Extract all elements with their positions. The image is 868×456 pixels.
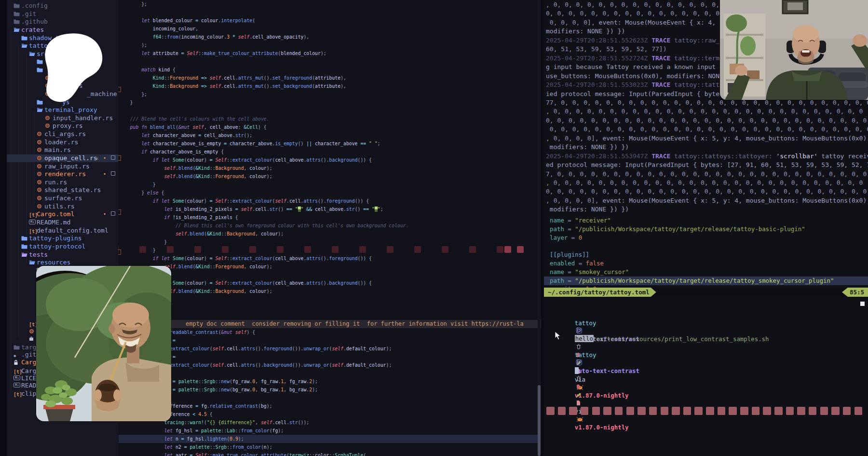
code-line[interactable]: if let Some(colour) = Self::extract_colo…	[119, 197, 541, 205]
code-line[interactable]: let aatr = Self::make_true_colour_attrib…	[119, 451, 541, 456]
tree-label: run.rs	[44, 179, 67, 186]
code-line[interactable]: if let Some(colour) = Self::extract_colo…	[119, 156, 541, 164]
code-line[interactable]: } else {	[119, 189, 541, 197]
tree-row-proxy.rs[interactable]: proxy.rs	[7, 122, 118, 130]
code-line[interactable]: let bg_raw =	[119, 353, 541, 361]
code-line[interactable]: // Blend this cell's own foreground colo…	[119, 221, 541, 230]
tree-row-Cargo.toml[interactable]: [t]Cargo.toml•	[7, 210, 118, 218]
tree-label: opaque_cell.rs	[44, 154, 97, 162]
tree-row-utils.rs[interactable]: utils.rs	[7, 203, 118, 210]
tree-row-opaque_cell.rs[interactable]: opaque_cell.rs⚠ •	[7, 154, 118, 162]
code-editor-pane[interactable]: }; let blended_colour = colour.interpola…	[118, 0, 541, 456]
code-line[interactable]: let character_above_is_empty = character…	[119, 139, 541, 148]
tree-row-loader.rs[interactable]: loader.rs	[7, 138, 118, 146]
code-line[interactable]: self.blend(&Kind::Background, colour);	[119, 230, 541, 238]
code-line[interactable]: };	[119, 0, 541, 8]
folder-open-icon	[29, 260, 35, 265]
code-line[interactable]: }	[119, 246, 541, 254]
tree-row-resources[interactable]: resources	[7, 259, 118, 266]
code-line[interactable]: Kind::Foreground => self.cell.attrs_mut(…	[119, 74, 541, 82]
code-line[interactable]: }	[119, 271, 541, 279]
code-line[interactable]: }	[119, 180, 541, 189]
contrast-sample-square	[592, 407, 600, 415]
folder-icon	[21, 235, 27, 241]
code-line[interactable]: }	[119, 238, 541, 246]
code-line[interactable]: self.blend(&Kind::Background, colour);	[119, 287, 541, 295]
tree-row-raw_input.rs[interactable]: raw_input.rs	[7, 163, 118, 170]
tree-row-tattoy-plugins[interactable]: tattoy-plugins	[7, 235, 118, 242]
code-line[interactable]	[119, 394, 541, 402]
tree-row-tattoy-protocol[interactable]: tattoy-protocol	[7, 243, 118, 250]
code-line[interactable]: if !is_blending_2_pixels {	[119, 213, 541, 221]
code-line[interactable]: let is_blending_2_pixels = self.cell.str…	[119, 205, 541, 213]
file-status-badges: •	[103, 210, 115, 218]
code-line[interactable]: Self::extract_colour(self.cell.attrs().f…	[119, 345, 541, 353]
code-line[interactable]: pub fn ensure_readable_contrast(&mut sel…	[119, 328, 541, 336]
tree-label: Cargo.toml	[37, 210, 74, 218]
tree-row-README.md[interactable]: M↓README.md	[7, 219, 118, 226]
code-line[interactable]: Self::extract_colour(self.cell.attrs().b…	[119, 361, 541, 369]
code-line[interactable]: let fg_raw =	[119, 336, 541, 345]
code-line[interactable]: }	[119, 98, 541, 107]
code-line[interactable]: }	[119, 312, 541, 320]
tree-row-shared_state.rs[interactable]: shared_state.rs	[7, 186, 118, 194]
tree-row-main.rs[interactable]: main.rs	[7, 146, 118, 154]
contrast-sample-square	[615, 407, 623, 415]
rust-file-icon	[37, 139, 42, 145]
code-line[interactable]: self.blend(&Kind::Foreground, colour);	[119, 263, 541, 271]
tree-row-cli_args.rs[interactable]: cli_args.rs	[7, 130, 118, 138]
code-line[interactable]: match kind {	[119, 66, 541, 74]
code-line[interactable]: f64::from(incoming_colour.3 * self.cell_…	[119, 33, 541, 41]
code-line[interactable]	[119, 107, 541, 115]
tree-label: input_handler.rs	[53, 114, 113, 122]
tree-row-run.rs[interactable]: run.rs	[7, 179, 118, 186]
code-line[interactable]: let difference = fg.relative_contrast(bg…	[119, 402, 541, 410]
code-line[interactable]: let attribute = Self::make_true_colour_a…	[119, 49, 541, 57]
code-line[interactable]: tracing::warn!("{} {difference}", self.c…	[119, 418, 541, 427]
contrast-sample-square	[797, 407, 805, 415]
code-line[interactable]	[119, 57, 541, 66]
code-line[interactable]: if let Some(colour) = Self::extract_colo…	[119, 254, 541, 263]
editor-scrollbar-thumb[interactable]	[538, 385, 541, 456]
markdown-file-icon: M↓	[14, 383, 20, 387]
code-line[interactable]: if difference < 4.5 {	[119, 410, 541, 418]
contrast-sample-square	[683, 407, 692, 415]
code-line[interactable]: );	[119, 41, 541, 49]
code-line[interactable]: let n = fg_hsl.lighten(0.9);	[119, 435, 541, 443]
rust-file-icon	[29, 329, 34, 334]
code-line[interactable]: incoming_colour,	[119, 25, 541, 33]
code-line[interactable]: self.blend(&Kind::Background, colour);	[119, 164, 541, 172]
code-line[interactable]: Kind::Background => self.cell.attrs_mut(…	[119, 82, 541, 90]
code-line[interactable]: if character_above_is_empty {	[119, 148, 541, 156]
rust-file-icon	[37, 164, 42, 169]
code-line[interactable]: let n2 = palette::Srgb::from_color(n);	[119, 443, 541, 451]
code-line[interactable]: let bg = palette::Srgb::new(bg_raw.0, bg…	[119, 386, 541, 394]
code-line[interactable]: }	[119, 295, 541, 304]
tree-row-renderer.rs[interactable]: renderer.rs•	[7, 170, 118, 178]
code-line[interactable]: if let Some(colour) = Self::extract_colo…	[119, 279, 541, 287]
rust-file-icon	[37, 147, 42, 152]
contrast-sample-square	[831, 407, 840, 415]
tree-row-default_config.toml[interactable]: [t]default_config.toml	[7, 227, 118, 235]
tree-label: README.md	[37, 219, 70, 226]
code-line[interactable]	[119, 369, 541, 377]
contrast-sample-square	[854, 407, 863, 415]
tree-label: default_config.toml	[37, 227, 108, 235]
code-line[interactable]	[119, 8, 541, 16]
code-line[interactable]: let fg = palette::Srgb::new(fg_raw.0, fg…	[119, 377, 541, 386]
tree-row-input_handler.rs[interactable]: input_handler.rs	[7, 114, 118, 122]
tree-row-tests[interactable]: tests	[7, 251, 118, 259]
code-line[interactable]: }	[119, 304, 541, 312]
code-line[interactable]: };	[119, 90, 541, 98]
code-line[interactable]: let fg_hsl = palette::Lab::from_color(fg…	[119, 427, 541, 435]
code-line[interactable]: let character_above = cell_above.str();	[119, 131, 541, 139]
code-line[interactable]: let blended_colour = colour.interpolate(	[119, 16, 541, 25]
contrast-sample-square	[558, 407, 566, 415]
code-line[interactable]: pub fn blend_all(&mut self, cell_above: …	[119, 123, 541, 131]
code-line[interactable]: empty doc comment consider removing or f…	[119, 320, 541, 328]
tree-row-surface.rs[interactable]: surface.rs	[7, 194, 118, 202]
webcam-overlay-streamer	[720, 0, 868, 100]
tree-label: proxy.rs	[53, 122, 83, 130]
code-line[interactable]: /// Blend the cell's colours with the ce…	[119, 115, 541, 123]
code-line[interactable]: self.blend(&Kind::Foreground, colour);	[119, 172, 541, 180]
